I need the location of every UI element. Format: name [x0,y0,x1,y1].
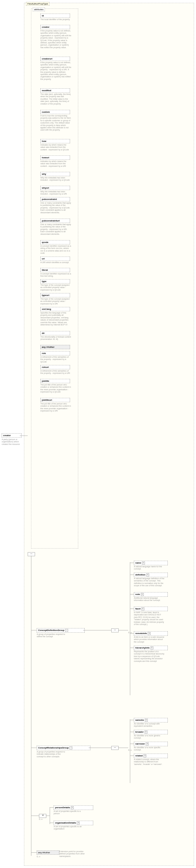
attr-label: jobtitle [42,380,49,382]
child-organisationDetails[interactable]: organisationDetails+ [54,821,93,825]
expand-icon[interactable]: + [146,743,149,745]
attr-desc: The type of the concept assigned as cont… [40,298,72,305]
attr-desc: The date (and, optionally, the time) whe… [40,93,72,105]
attr-desc: The job title of the person who created … [40,384,72,393]
cdg-label: ConceptDefinitionGroup [38,629,65,631]
trunk [31,556,31,856]
child-desc: Additional natural language information … [134,597,165,602]
crg-label: ConceptRelationshipsGroup [38,746,69,749]
child-definition[interactable]: definition+ [134,572,168,577]
child-name[interactable]: name+ [134,561,168,565]
connector [130,633,134,633]
expand-icon[interactable]: + [148,632,151,635]
expand-icon[interactable]: + [145,731,148,734]
expand-icon[interactable]: − [70,746,72,749]
sequence-indicator: — [111,746,119,750]
expand-icon[interactable]: + [142,562,145,564]
connector [118,748,128,748]
child-narrower[interactable]: narrower+ [134,742,168,746]
attributes-header: attributes [33,8,45,11]
attr-wildcard: any ##other [40,345,70,349]
attr-desc: A refinement of the semantics of the pro… [40,356,72,363]
child-desc: A natural language name for the concept. [134,565,165,570]
child-sameAs[interactable]: sameAs+ [134,718,168,722]
expand-icon[interactable]: − [65,629,68,632]
connector [31,852,37,853]
attr-dir: dir [40,331,70,335]
attr-desc: If set to true the corresponding propert… [40,115,72,131]
attr-why: why [40,172,70,176]
child-label: sameAs [135,719,144,721]
attr-roleuri: roleuri [40,365,70,369]
child-hierarchyInfo[interactable]: hierarchyInfo+ [134,646,168,650]
root-desc: A party (person or organisation) which c… [2,438,22,445]
attr-whyuri: whyuri [40,186,70,190]
attr-xml:lang: xml:lang [40,307,70,311]
child-label: personDetails [55,806,70,809]
expand-icon[interactable]: + [144,754,146,757]
crg-trunk [130,719,130,783]
multiplicity: 0..∞ [39,818,43,820]
attr-label: whyuri [42,187,49,189]
connector [130,609,134,609]
attr-label: role [42,352,46,354]
sequence-indicator: — [111,628,119,632]
child-label: remoteInfo [135,632,147,634]
attr-desc: A concept identifier expressed as a stri… [40,245,72,255]
attr-creator: creator [40,25,70,29]
root-element[interactable]: creator [2,433,22,438]
attr-custom: custom [40,110,70,114]
child-label: hierarchyInfo [135,647,150,649]
choice-indicator: ⫷ [39,814,46,818]
attr-id: id [40,13,70,18]
attr-desc: The local identifier of the property. [40,19,72,21]
attr-label: modified [42,89,51,92]
child-remoteInfo[interactable]: remoteInfo+ [134,631,168,636]
attr-desc: Indicates by which means the value was e… [40,160,72,167]
connector [130,563,134,563]
attr-desc: If the property value is not defined, sp… [40,30,72,49]
attr-uri: uri [40,256,70,261]
child-broader[interactable]: broader+ [134,730,168,734]
expand-icon[interactable]: + [141,593,144,596]
connector [130,755,134,756]
attr-desc: A refinement of the semantics of the pro… [40,370,72,375]
expand-icon[interactable]: + [145,719,148,721]
expand-icon[interactable]: + [146,574,149,576]
expand-icon[interactable]: + [142,608,144,610]
attr-label: jobtitleuri [42,399,52,401]
attr-label: howuri [42,156,49,159]
attr-label: type [42,280,46,283]
connector [130,575,134,575]
attr-label: why [42,173,46,175]
detail-trunk [50,807,50,824]
connector [130,720,134,720]
child-personDetails[interactable]: personDetails+ [54,805,93,810]
child-related[interactable]: related+ [134,753,168,758]
connector [130,648,134,648]
expand-icon[interactable]: + [151,647,153,649]
attr-desc: Why the metadata has been included - exp… [40,191,72,195]
concept-definition-group[interactable]: ConceptDefinitionGroup− [37,628,85,633]
connector [31,630,37,630]
sequence-indicator: — [28,552,35,556]
attr-label: creator [42,26,49,28]
attr-pubconstrainturi: pubconstrainturi [40,219,70,223]
connector [83,630,111,630]
expand-icon[interactable]: + [77,822,80,825]
child-note[interactable]: note+ [134,592,168,597]
child-desc: Represents the position of a concept in … [134,651,165,662]
child-facet[interactable]: facet+ [134,607,168,611]
attr-desc: Why the metadata has been included - exp… [40,177,72,182]
concept-relationships-group[interactable]: ConceptRelationshipsGroup− [37,746,90,750]
child-label: definition [135,574,146,576]
child-desc: An identifier of a more generic concept. [134,735,165,739]
attr-label: any ##other [42,346,54,348]
attr-desc: Specifies the language of this property … [40,312,72,326]
attr-label: literal [42,269,48,271]
attr-label: xml:lang [42,308,51,310]
connector [130,744,134,744]
ext-label: any ##other [38,851,50,854]
expand-icon[interactable]: + [71,806,74,809]
attr-label: pubconstrainturi [42,219,60,222]
